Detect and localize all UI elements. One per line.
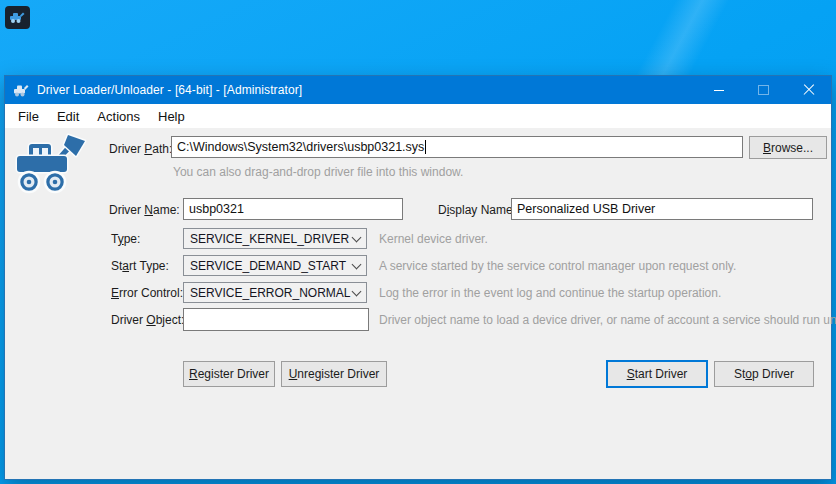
menu-edit[interactable]: Edit <box>48 106 88 127</box>
minimize-icon <box>714 90 724 91</box>
window-title: Driver Loader/Unloader - [64-bit] - [Adm… <box>37 83 302 97</box>
type-hint: Kernel device driver. <box>379 232 488 246</box>
register-driver-button[interactable]: Register Driver <box>183 361 275 387</box>
start-type-dropdown[interactable]: SERVICE_DEMAND_START <box>183 255 367 276</box>
display-name-input[interactable] <box>511 198 813 220</box>
driver-object-label: Driver Object: <box>111 313 184 327</box>
menu-actions[interactable]: Actions <box>88 106 149 127</box>
titlebar[interactable]: Driver Loader/Unloader - [64-bit] - [Adm… <box>5 76 831 104</box>
menu-file[interactable]: File <box>9 106 48 127</box>
error-control-value: SERVICE_ERROR_NORMAL <box>190 286 351 300</box>
stop-driver-button[interactable]: Stop Driver <box>714 361 814 387</box>
form-area: Driver Path: C:\Windows\System32\drivers… <box>5 128 831 479</box>
menu-help[interactable]: Help <box>149 106 194 127</box>
minimize-button[interactable] <box>696 76 741 104</box>
driver-path-hint: You can also drag-and-drop driver file i… <box>173 165 463 179</box>
chevron-down-icon <box>352 286 362 296</box>
menubar: File Edit Actions Help <box>5 104 831 128</box>
close-button[interactable] <box>786 76 831 104</box>
display-name-label: Display Name: <box>438 203 516 217</box>
error-control-hint: Log the error in the event log and conti… <box>379 286 721 300</box>
caption-buttons <box>696 76 831 104</box>
driver-name-label: Driver Name: <box>109 203 180 217</box>
driver-object-input[interactable] <box>183 308 369 331</box>
desktop: Driver Loader/Unloader - [64-bit] - [Adm… <box>0 0 836 484</box>
driver-name-input[interactable] <box>183 198 403 220</box>
error-control-dropdown[interactable]: SERVICE_ERROR_NORMAL <box>183 282 367 303</box>
chevron-down-icon <box>352 232 362 242</box>
type-label: Type: <box>111 232 140 246</box>
maximize-button[interactable] <box>741 76 786 104</box>
text-caret <box>425 140 426 154</box>
app-window: Driver Loader/Unloader - [64-bit] - [Adm… <box>4 75 832 480</box>
driver-path-label: Driver Path: <box>109 142 172 156</box>
browse-button[interactable]: Browse... <box>749 136 827 159</box>
driver-path-input[interactable]: C:\Windows\System32\drivers\usbp0321.sys <box>171 136 743 158</box>
unregister-driver-button[interactable]: Unregister Driver <box>281 361 387 387</box>
driver-path-value: C:\Windows\System32\drivers\usbp0321.sys <box>177 140 424 154</box>
start-type-label: Start Type: <box>111 259 169 273</box>
desktop-shortcut-truck-icon[interactable] <box>5 6 30 29</box>
type-dropdown[interactable]: SERVICE_KERNEL_DRIVER <box>183 228 367 249</box>
driver-object-hint: Driver object name to load a device driv… <box>379 313 836 327</box>
start-driver-button[interactable]: Start Driver <box>606 360 708 388</box>
start-type-hint: A service started by the service control… <box>379 259 736 273</box>
chevron-down-icon <box>352 259 362 269</box>
start-type-value: SERVICE_DEMAND_START <box>190 259 346 273</box>
error-control-label: Error Control: <box>111 286 183 300</box>
type-value: SERVICE_KERNEL_DRIVER <box>190 232 349 246</box>
app-truck-icon <box>13 83 30 97</box>
maximize-icon <box>758 85 769 95</box>
close-icon <box>803 84 815 96</box>
loader-truck-illustration <box>13 132 91 201</box>
truck-icon <box>9 11 26 24</box>
